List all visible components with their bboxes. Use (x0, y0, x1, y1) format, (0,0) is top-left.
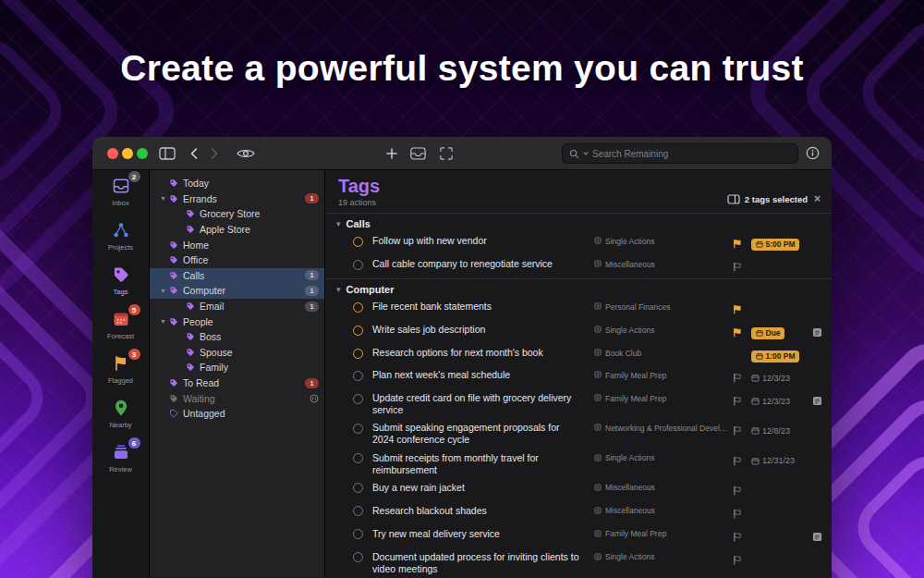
project-type-icon (594, 326, 602, 333)
zoom-window-button[interactable] (137, 148, 148, 159)
flag-icon[interactable] (733, 235, 751, 252)
view-options-eye-icon[interactable] (237, 148, 255, 159)
close-window-button[interactable] (107, 148, 118, 159)
rail-item-forecast[interactable]: 5 Forecast (92, 309, 149, 343)
chevron-down-icon[interactable]: ▾ (157, 194, 169, 203)
rail-item-tags[interactable]: Tags (92, 264, 149, 299)
rail-item-nearby[interactable]: Nearby (92, 398, 149, 432)
info-button[interactable] (806, 146, 820, 160)
flag-icon[interactable] (733, 301, 751, 318)
forward-button[interactable] (211, 148, 218, 159)
sidebar-item-family[interactable]: Family (150, 360, 324, 375)
task-complete-circle[interactable] (353, 424, 363, 434)
sidebar-item-errands[interactable]: ▾Errands1 (150, 191, 324, 207)
task-row[interactable]: Submit speaking engagement proposals for… (325, 419, 832, 449)
sidebar-item-untagged[interactable]: Untagged (150, 406, 324, 422)
section-header[interactable]: ▾ Computer (325, 278, 832, 298)
note-icon[interactable] (812, 392, 822, 410)
sidebar-item-today[interactable]: Today (150, 176, 324, 191)
project-name: Personal Finances (605, 302, 670, 312)
task-row[interactable]: Buy a new rain jacket Miscellaneous (325, 479, 832, 502)
task-row[interactable]: Submit receipts from monthly travel for … (325, 449, 832, 479)
flag-icon[interactable] (733, 528, 751, 546)
sidebar-item-calls[interactable]: Calls1 (150, 268, 324, 284)
sidebar-item-computer[interactable]: ▾Computer1 (150, 283, 324, 299)
calendar-icon (751, 426, 760, 435)
task-row[interactable]: Document updated process for inviting cl… (325, 548, 832, 577)
task-row[interactable]: Write sales job description Single Actio… (325, 321, 832, 344)
focus-button[interactable] (440, 147, 453, 160)
task-complete-circle[interactable] (353, 237, 363, 247)
task-complete-circle[interactable] (353, 394, 363, 404)
sidebar-item-email[interactable]: Email1 (150, 299, 324, 314)
minimize-window-button[interactable] (122, 148, 133, 159)
perspective-rail: 2 Inbox Projects Tags 5 Forecast (92, 170, 150, 577)
rail-item-review[interactable]: 6 Review (92, 442, 149, 476)
tag-icon (186, 301, 195, 311)
add-action-button[interactable] (386, 148, 397, 159)
task-row[interactable]: Follow up with new vendor Single Actions… (325, 232, 832, 255)
task-complete-circle[interactable] (353, 506, 363, 516)
sidebar-item-spouse[interactable]: Spouse (150, 345, 324, 361)
sidebar-item-office[interactable]: Office (150, 252, 324, 268)
sidebar-item-grocery-store[interactable]: Grocery Store (150, 206, 324, 222)
sidebar-item-people[interactable]: ▾People (150, 314, 324, 329)
tag-icon (169, 271, 178, 280)
task-row[interactable]: Research options for next month's book B… (325, 344, 832, 366)
task-complete-circle[interactable] (353, 529, 363, 539)
task-title: Submit receipts from monthly travel for … (363, 452, 594, 476)
task-row[interactable]: Call cable company to renegotiate servic… (325, 255, 832, 278)
task-project: Single Actions (594, 551, 733, 562)
note-icon[interactable] (812, 528, 822, 546)
search-field[interactable] (562, 143, 798, 164)
flag-icon[interactable] (733, 422, 751, 439)
flag-icon[interactable] (733, 258, 751, 276)
clean-up-inbox-icon[interactable] (410, 147, 426, 160)
close-icon[interactable]: × (814, 192, 821, 205)
search-input[interactable] (592, 149, 791, 159)
chevron-down-icon[interactable]: ▾ (157, 317, 169, 326)
task-row[interactable]: Try new meal delivery service Family Mea… (325, 525, 832, 548)
flag-icon[interactable] (733, 324, 751, 341)
task-row[interactable]: File recent bank statements Personal Fin… (325, 298, 832, 321)
section-title: Calls (346, 218, 371, 229)
task-row[interactable]: Plan next week's meal schedule Family Me… (325, 366, 832, 389)
sidebar-item-label: Home (183, 240, 209, 251)
selection-bar: 2 tags selected × (727, 192, 821, 207)
task-complete-circle[interactable] (353, 483, 363, 493)
section-header[interactable]: ▾ Calls (325, 214, 832, 232)
task-complete-circle[interactable] (353, 302, 363, 313)
sidebar-item-waiting[interactable]: Waiting (150, 390, 324, 406)
sidebar-item-label: Computer (183, 285, 225, 296)
rail-item-inbox[interactable]: 2 Inbox (92, 176, 149, 210)
task-complete-circle[interactable] (353, 349, 363, 359)
task-complete-circle[interactable] (353, 552, 363, 562)
task-complete-circle[interactable] (353, 453, 363, 463)
sidebar-item-apple-store[interactable]: Apple Store (150, 222, 324, 238)
tag-icon (169, 394, 178, 403)
rail-item-flagged[interactable]: 3 Flagged (92, 353, 149, 387)
sidebar-item-home[interactable]: Home (150, 237, 324, 252)
flag-icon[interactable] (733, 505, 751, 523)
toggle-sidebar-button[interactable] (159, 147, 176, 160)
tag-icon (186, 332, 195, 341)
count-badge: 6 (128, 437, 140, 449)
task-complete-circle[interactable] (353, 326, 363, 336)
chevron-down-icon[interactable]: ▾ (157, 287, 169, 295)
flag-icon[interactable] (733, 369, 751, 387)
flag-icon[interactable] (733, 482, 751, 499)
task-complete-circle[interactable] (353, 260, 363, 270)
flag-icon[interactable] (733, 392, 751, 410)
rail-item-projects[interactable]: Projects (92, 220, 149, 254)
sidebar-item-to-read[interactable]: To Read1 (150, 375, 324, 391)
task-complete-circle[interactable] (353, 371, 363, 381)
task-row[interactable]: Research blackout shades Miscellaneous (325, 502, 832, 525)
sidebar-item-boss[interactable]: Boss (150, 329, 324, 345)
task-row[interactable]: Update credit card on file with grocery … (325, 389, 832, 419)
flag-icon[interactable] (733, 452, 751, 470)
title-bar[interactable] (92, 137, 832, 170)
back-button[interactable] (190, 148, 198, 159)
flag-icon[interactable] (733, 551, 751, 569)
due-slot: 12/3/23 (751, 369, 812, 386)
note-icon[interactable] (812, 324, 822, 341)
